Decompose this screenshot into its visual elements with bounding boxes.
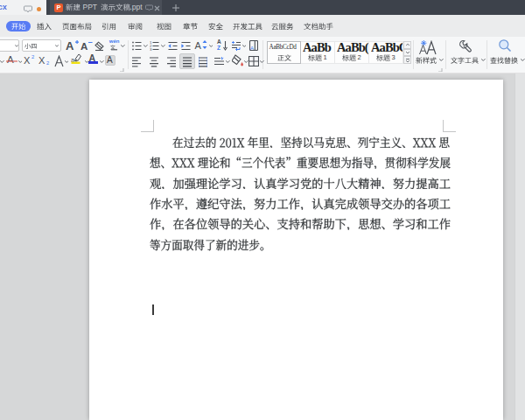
svg-text:3: 3 [150, 47, 152, 51]
svg-text:a: a [71, 57, 74, 63]
svg-text:A: A [250, 46, 254, 51]
